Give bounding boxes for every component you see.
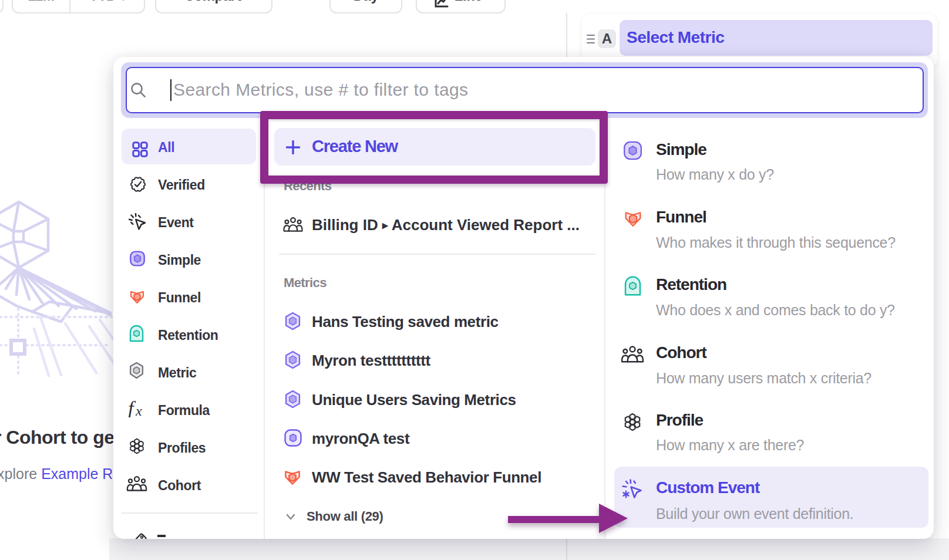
svg-text:x: x <box>135 403 142 417</box>
svg-text:f: f <box>128 400 136 417</box>
